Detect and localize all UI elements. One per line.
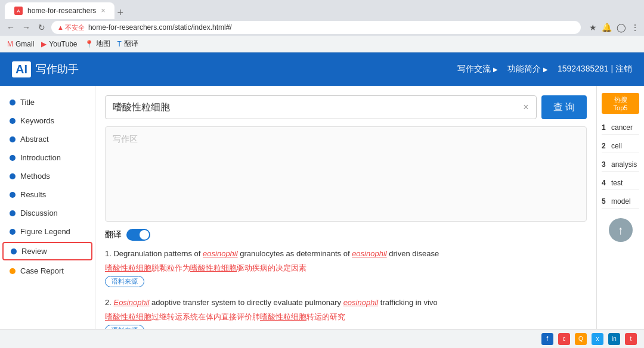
search-input-box[interactable]: 嗜酸性粒细胞 × bbox=[105, 95, 537, 119]
result-2-zh-highlight-2: 嗜酸性粒细胞 bbox=[260, 312, 306, 321]
address-bar-row: ← → ↻ ▲ 不安全 home-for-researchers.com/sta… bbox=[0, 19, 644, 36]
sidebar-item-results[interactable]: Results bbox=[0, 185, 95, 204]
top5-item-3: 3 analysis bbox=[602, 158, 639, 172]
query-button[interactable]: 查 询 bbox=[541, 95, 587, 119]
clear-button[interactable]: × bbox=[523, 102, 528, 113]
search-row: 嗜酸性粒细胞 × 查 询 bbox=[105, 95, 587, 119]
bookmark-maps-label: 地图 bbox=[96, 39, 110, 49]
sidebar-item-methods[interactable]: Methods bbox=[0, 167, 95, 185]
app-header: AI 写作助手 写作交流 ▶ 功能简介 ▶ 15924385281 | 注销 bbox=[0, 52, 644, 86]
dot-abstract bbox=[10, 136, 16, 142]
result-2-highlight-2: eosinophil bbox=[343, 298, 379, 307]
bookmark-youtube[interactable]: ▶ YouTube bbox=[41, 40, 77, 48]
result-2-highlight-1: Eosinophil bbox=[113, 298, 149, 307]
sidebar-item-review[interactable]: Review bbox=[2, 242, 92, 260]
address-text: home-for-researchers.com/static/index.ht… bbox=[88, 23, 232, 32]
dot-title bbox=[10, 100, 16, 105]
bottom-icon-q[interactable]: Q bbox=[575, 333, 587, 345]
browser-tab[interactable]: A home-for-researchers × bbox=[5, 2, 114, 19]
result-2-zh-highlight-1: 嗜酸性粒细胞 bbox=[105, 312, 151, 321]
search-query-text: 嗜酸性粒细胞 bbox=[113, 101, 170, 114]
hot-top5-title: 热搜 Top5 bbox=[602, 93, 639, 114]
toggle-knob bbox=[140, 230, 149, 240]
result-1-en: 1. Degranulation patterns of eosinophil … bbox=[105, 248, 587, 260]
maps-icon: 📍 bbox=[85, 40, 94, 48]
sidebar-item-case-report[interactable]: Case Report bbox=[0, 262, 95, 280]
bookmark-translate[interactable]: T 翻译 bbox=[117, 39, 138, 49]
bookmark-gmail-label: Gmail bbox=[16, 40, 34, 48]
sidebar-item-discussion[interactable]: Discussion bbox=[0, 204, 95, 222]
result-2-num: 2. bbox=[105, 298, 112, 307]
tab-favicon: A bbox=[14, 7, 23, 15]
bottom-icon-c[interactable]: c bbox=[558, 333, 570, 345]
dot-figure-legend bbox=[10, 229, 16, 235]
sidebar-item-keywords[interactable]: Keywords bbox=[0, 111, 95, 130]
translate-label: 翻译 bbox=[105, 229, 122, 240]
result-item-1: 1. Degranulation patterns of eosinophil … bbox=[105, 248, 587, 287]
bottom-icon-in[interactable]: in bbox=[608, 333, 620, 345]
result-1-highlight-2: eosinophil bbox=[352, 249, 387, 258]
forward-button[interactable]: → bbox=[20, 21, 32, 33]
bookmark-youtube-label: YouTube bbox=[49, 40, 77, 48]
sidebar-item-title[interactable]: Title bbox=[0, 93, 95, 111]
main-layout: Title Keywords Abstract Introduction Met… bbox=[0, 86, 644, 348]
result-1-zh-highlight-1: 嗜酸性粒细胞 bbox=[105, 263, 151, 272]
nav-user[interactable]: 15924385281 | 注销 bbox=[558, 64, 632, 74]
writing-area[interactable]: 写作区 bbox=[105, 126, 587, 222]
menu-icon[interactable]: ⋮ bbox=[631, 23, 639, 32]
nav-features[interactable]: 功能简介 ▶ bbox=[507, 64, 548, 74]
browser-chrome: A home-for-researchers × + ← → ↻ ▲ 不安全 h… bbox=[0, 0, 644, 36]
result-1-zh-highlight-2: 嗜酸性粒细胞 bbox=[190, 263, 237, 272]
tab-close-icon[interactable]: × bbox=[101, 7, 105, 15]
result-2-zh: 嗜酸性粒细胞过继转运系统在体内直接评价肺嗜酸性粒细胞转运的研究 bbox=[105, 311, 587, 323]
logo-ai: AI bbox=[12, 61, 31, 77]
bookmarks-bar: M Gmail ▶ YouTube 📍 地图 T 翻译 bbox=[0, 36, 644, 52]
result-2-en: 2. Eosinophil adoptive transfer system t… bbox=[105, 297, 587, 309]
scroll-top-icon: ↑ bbox=[618, 223, 624, 237]
dot-discussion bbox=[10, 210, 16, 216]
logo-area: AI 写作助手 bbox=[12, 61, 79, 77]
nav-arrow-2: ▶ bbox=[543, 66, 548, 73]
tab-title: home-for-researchers bbox=[27, 7, 96, 15]
bottom-icon-fb[interactable]: f bbox=[541, 333, 553, 345]
writing-placeholder: 写作区 bbox=[113, 134, 138, 144]
sidebar-item-introduction[interactable]: Introduction bbox=[0, 148, 95, 167]
nav-writing[interactable]: 写作交流 ▶ bbox=[457, 64, 498, 74]
bookmark-translate-label: 翻译 bbox=[124, 39, 138, 49]
dot-methods bbox=[10, 173, 16, 179]
top5-item-2: 2 cell bbox=[602, 139, 639, 153]
logo-text: 写作助手 bbox=[36, 62, 79, 76]
bell-icon[interactable]: 🔔 bbox=[602, 23, 612, 32]
new-tab-button[interactable]: + bbox=[117, 7, 123, 19]
profile-icon[interactable]: ◯ bbox=[617, 23, 626, 32]
top5-item-1: 1 cancer bbox=[602, 121, 639, 135]
content-area: 嗜酸性粒细胞 × 查 询 写作区 翻译 1. Degranulation pat… bbox=[95, 86, 596, 348]
sidebar: Title Keywords Abstract Introduction Met… bbox=[0, 86, 95, 348]
insecure-badge: ▲ 不安全 bbox=[57, 23, 85, 32]
dot-case-report bbox=[10, 268, 16, 274]
address-bar[interactable]: ▲ 不安全 home-for-researchers.com/static/in… bbox=[51, 21, 581, 34]
nav-arrow-1: ▶ bbox=[493, 66, 498, 73]
bottom-bar: f c Q x in t bbox=[0, 329, 644, 348]
translate-toggle[interactable] bbox=[126, 229, 150, 241]
result-1-num: 1. bbox=[105, 249, 112, 258]
bookmark-maps[interactable]: 📍 地图 bbox=[85, 39, 110, 49]
sidebar-item-abstract[interactable]: Abstract bbox=[0, 130, 95, 148]
star-icon[interactable]: ★ bbox=[589, 23, 597, 32]
translate-icon: T bbox=[117, 40, 122, 48]
right-panel: 热搜 Top5 1 cancer 2 cell 3 analysis 4 tes… bbox=[596, 86, 644, 348]
source-tag-1[interactable]: 语料来源 bbox=[105, 276, 144, 287]
back-button[interactable]: ← bbox=[5, 21, 17, 33]
dot-introduction bbox=[10, 155, 16, 161]
bookmark-gmail[interactable]: M Gmail bbox=[7, 40, 34, 48]
scroll-top-button[interactable]: ↑ bbox=[609, 218, 633, 242]
browser-actions: ★ 🔔 ◯ ⋮ bbox=[589, 23, 639, 32]
reload-button[interactable]: ↻ bbox=[36, 21, 48, 33]
dot-results bbox=[10, 192, 16, 198]
youtube-icon: ▶ bbox=[41, 40, 47, 48]
result-1-zh: 嗜酸性粒细胞脱颗粒作为嗜酸性粒细胞驱动疾病的决定因素 bbox=[105, 262, 587, 274]
sidebar-item-figure-legend[interactable]: Figure Legend bbox=[0, 222, 95, 241]
bottom-icon-t[interactable]: t bbox=[625, 333, 637, 345]
top5-item-4: 4 test bbox=[602, 176, 639, 190]
bottom-icon-x[interactable]: x bbox=[592, 333, 603, 345]
